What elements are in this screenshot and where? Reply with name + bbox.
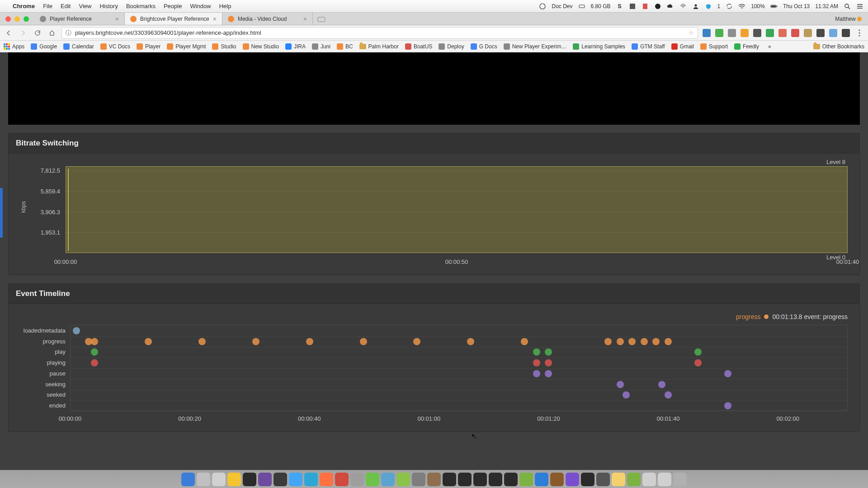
dock-app-icon[interactable]: [458, 473, 472, 486]
event-point[interactable]: [360, 338, 367, 345]
extension-icon[interactable]: [816, 29, 825, 37]
browser-tab[interactable]: Media - Video Cloud×: [222, 13, 313, 25]
bookmark-item[interactable]: Apps: [4, 43, 24, 50]
dock-app-icon[interactable]: [596, 473, 610, 486]
frame-tab[interactable]: [0, 188, 3, 238]
menu-edit[interactable]: Edit: [61, 3, 71, 9]
event-point[interactable]: [533, 370, 540, 377]
bookmark-item[interactable]: Juni: [312, 43, 330, 50]
dock-app-icon[interactable]: [320, 473, 333, 486]
event-point[interactable]: [628, 338, 636, 345]
dock-app-icon[interactable]: [381, 473, 395, 486]
bookmark-item[interactable]: Learning Samples: [573, 43, 625, 50]
extension-icon[interactable]: [715, 29, 723, 37]
disk-icon[interactable]: [578, 3, 585, 10]
dock-app-icon[interactable]: [350, 473, 364, 486]
menu-bookmarks[interactable]: Bookmarks: [126, 3, 156, 9]
dock-app-icon[interactable]: [258, 473, 272, 486]
dock-app-icon[interactable]: [304, 473, 318, 486]
bookmark-item[interactable]: New Studio: [243, 43, 279, 50]
bookmark-item[interactable]: Google: [31, 43, 57, 50]
event-point[interactable]: [652, 338, 660, 345]
dock-app-icon[interactable]: [473, 473, 487, 486]
event-point[interactable]: [252, 338, 259, 345]
dock-app-icon[interactable]: [627, 473, 641, 486]
bookmark-item[interactable]: Gmail: [671, 43, 694, 50]
event-point[interactable]: [413, 338, 420, 345]
bookmark-star-icon[interactable]: ☆: [689, 29, 694, 36]
dock-app-icon[interactable]: [642, 473, 656, 486]
menu-people[interactable]: People: [164, 3, 182, 9]
bookmarks-overflow[interactable]: »: [768, 43, 771, 50]
dock-app-icon[interactable]: [673, 473, 687, 486]
extension-icon[interactable]: [741, 29, 749, 37]
menu-help[interactable]: Help: [219, 3, 231, 9]
zoom-window-button[interactable]: [24, 16, 29, 22]
event-chart[interactable]: loadedmetadataprogressplayplayingpausese…: [16, 325, 852, 424]
close-tab-icon[interactable]: ×: [115, 15, 119, 23]
event-point[interactable]: [724, 402, 731, 409]
bookmark-item[interactable]: BC: [337, 43, 353, 50]
event-point[interactable]: [724, 370, 731, 377]
dock-app-icon[interactable]: [412, 473, 425, 486]
browser-tab[interactable]: Brightcove Player Reference×: [125, 13, 222, 25]
bookmark-item[interactable]: BoatUS: [405, 43, 432, 50]
bookmark-item[interactable]: GTM Staff: [632, 43, 665, 50]
dock-app-icon[interactable]: [535, 473, 548, 486]
dock-app-icon[interactable]: [581, 473, 594, 486]
dock-app-icon[interactable]: [612, 473, 625, 486]
time-label[interactable]: 11:32 AM: [815, 3, 838, 9]
bookmark-item[interactable]: New Player Experim…: [504, 43, 567, 50]
bookmark-item[interactable]: JIRA: [285, 43, 306, 50]
event-point[interactable]: [623, 391, 630, 399]
bookmark-item[interactable]: VC Docs: [100, 43, 130, 50]
extension-icon[interactable]: [703, 29, 711, 37]
home-button[interactable]: [47, 28, 57, 38]
event-point[interactable]: [467, 338, 474, 345]
dock-app-icon[interactable]: [366, 473, 379, 486]
date-label[interactable]: Thu Oct 13: [783, 3, 810, 9]
status-icon[interactable]: [539, 3, 546, 10]
profile-button[interactable]: Matthew: [829, 13, 868, 25]
minimize-window-button[interactable]: [14, 16, 20, 22]
bitrate-chart[interactable]: kbps1,953.13,906.35,859.47,812.5Level 8L…: [16, 161, 852, 267]
extension-icon[interactable]: [766, 29, 774, 37]
close-window-button[interactable]: [5, 16, 11, 22]
event-point[interactable]: [665, 391, 672, 399]
dock-app-icon[interactable]: [274, 473, 287, 486]
forward-button[interactable]: [18, 28, 28, 38]
docdev-label[interactable]: Doc Dev: [552, 3, 572, 9]
event-point[interactable]: [91, 338, 98, 345]
status-grid-icon[interactable]: [629, 3, 636, 10]
spotlight-icon[interactable]: [844, 3, 851, 10]
umbrella-icon[interactable]: [679, 3, 687, 10]
status-red-icon[interactable]: [642, 3, 649, 10]
status-dark-icon[interactable]: [654, 3, 661, 10]
cloud-icon[interactable]: [667, 3, 674, 10]
event-point[interactable]: [91, 359, 98, 366]
event-point[interactable]: [604, 338, 612, 345]
extension-icon[interactable]: [842, 29, 850, 37]
menu-view[interactable]: View: [79, 3, 91, 9]
dock-app-icon[interactable]: [396, 473, 410, 486]
event-point[interactable]: [306, 338, 313, 345]
event-point[interactable]: [617, 381, 624, 388]
extension-icon[interactable]: [753, 29, 761, 37]
chrome-menu-icon[interactable]: [854, 28, 864, 38]
bookmark-item[interactable]: Feedly: [734, 43, 759, 50]
dock-app-icon[interactable]: [550, 473, 564, 486]
menu-window[interactable]: Window: [190, 3, 211, 9]
dock-app-icon[interactable]: [443, 473, 456, 486]
reload-button[interactable]: [33, 28, 42, 38]
dock-app-icon[interactable]: [504, 473, 518, 486]
bookmark-item[interactable]: Player Mgmt: [167, 43, 206, 50]
event-point[interactable]: [641, 338, 648, 345]
event-point[interactable]: [694, 348, 702, 356]
new-tab-button[interactable]: [313, 13, 331, 25]
extension-icon[interactable]: [778, 29, 787, 37]
dock-app-icon[interactable]: [212, 473, 226, 486]
address-bar[interactable]: ⓘ players.brightcove.net/3303963094001/p…: [61, 27, 698, 39]
other-bookmarks[interactable]: Other Bookmarks: [813, 43, 864, 50]
shield-icon[interactable]: [705, 3, 712, 10]
dock-app-icon[interactable]: [566, 473, 579, 486]
